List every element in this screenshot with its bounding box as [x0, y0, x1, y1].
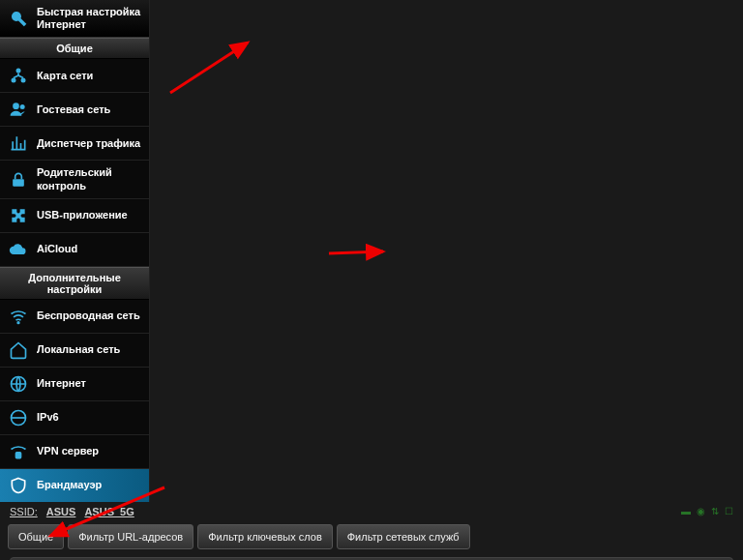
globe-icon [8, 373, 29, 395]
ssid-info: SSID: ASUS ASUS_5G [10, 506, 140, 517]
sidebar-item-aicloud[interactable]: AiCloud [0, 233, 149, 267]
sidebar-item-label: Быстрая настройка Интернет [37, 6, 141, 31]
top-row: SSID: ASUS ASUS_5G ▬ ◉ ⇅ ☐ [0, 502, 743, 521]
annotation-arrow-icon [327, 244, 395, 263]
sidebar-item-parental[interactable]: Родительский контроль [0, 161, 149, 198]
svg-line-11 [329, 251, 383, 253]
network-map-icon [8, 65, 29, 86]
svg-rect-5 [13, 179, 24, 187]
sidebar-item-label: AiCloud [37, 243, 77, 255]
tab-keyword-filter[interactable]: Фильтр ключевых слов [197, 524, 333, 549]
users-icon [8, 99, 29, 120]
puzzle-icon [8, 205, 29, 226]
sidebar-item-label: VPN сервер [37, 445, 99, 457]
sidebar-item-label: Диспетчер трафика [37, 137, 140, 150]
home-icon [8, 339, 29, 361]
annotation-arrow-icon [161, 35, 267, 103]
sidebar-item-firewall[interactable]: Брандмауэр [0, 469, 149, 502]
sidebar-group-advanced: Дополнительные настройки [0, 267, 149, 300]
sidebar-item-label: Беспроводная сеть [37, 309, 140, 322]
svg-point-1 [21, 78, 26, 83]
svg-line-10 [170, 43, 248, 93]
wifi-icon [8, 306, 29, 327]
sidebar-item-label: Карта сети [37, 70, 93, 82]
chart-icon [8, 133, 29, 154]
status-icon: ⇅ [711, 506, 719, 516]
sidebar-item-label: USB-приложение [37, 209, 128, 221]
globe-icon [8, 407, 29, 428]
status-icons: ▬ ◉ ⇅ ☐ [681, 506, 733, 516]
sidebar-item-label: IPv6 [37, 411, 59, 424]
svg-point-6 [17, 322, 19, 324]
status-icon: ☐ [725, 506, 733, 516]
vpn-icon [8, 441, 29, 462]
ssid-label: SSID: [10, 506, 38, 517]
svg-point-2 [16, 69, 21, 74]
sidebar-item-usb[interactable]: USB-приложение [0, 199, 149, 233]
sidebar-item-wireless[interactable]: Беспроводная сеть [0, 300, 149, 334]
ssid-name-2: ASUS_5G [84, 506, 134, 517]
sidebar-item-ipv6[interactable]: IPv6 [0, 401, 149, 435]
sidebar-item-label: Брандмауэр [37, 479, 102, 491]
sidebar-item-label: Гостевая сеть [37, 103, 110, 116]
cloud-icon [8, 239, 29, 260]
ssid-name-1: ASUS [46, 506, 76, 517]
sidebar-quick-setup[interactable]: Быстрая настройка Интернет [0, 0, 149, 38]
tabs: Общие Фильтр URL-адресов Фильтр ключевых… [0, 521, 743, 557]
main-area: SSID: ASUS ASUS_5G ▬ ◉ ⇅ ☐ Общие Фильтр … [0, 502, 743, 560]
svg-point-0 [12, 78, 16, 83]
sidebar-item-label: Локальная сеть [37, 343, 120, 356]
sidebar-item-vpn[interactable]: VPN сервер [0, 435, 149, 469]
status-icon: ◉ [697, 506, 705, 516]
sidebar-item-label: Интернет [37, 377, 86, 390]
sidebar-item-traffic[interactable]: Диспетчер трафика [0, 127, 149, 161]
wrench-icon [8, 8, 29, 29]
sidebar: Быстрая настройка Интернет Общие Карта с… [0, 0, 150, 502]
sidebar-item-map[interactable]: Карта сети [0, 59, 149, 93]
svg-point-3 [13, 103, 19, 110]
tab-url-filter[interactable]: Фильтр URL-адресов [68, 524, 193, 549]
sidebar-item-guest[interactable]: Гостевая сеть [0, 93, 149, 127]
sidebar-item-internet[interactable]: Интернет [0, 368, 149, 401]
lock-icon [8, 169, 29, 191]
sidebar-group-general: Общие [0, 38, 149, 59]
sidebar-item-lan[interactable]: Локальная сеть [0, 334, 149, 368]
tab-service-filter[interactable]: Фильтр сетевых служб [337, 524, 470, 549]
tab-general[interactable]: Общие [8, 524, 64, 549]
svg-rect-9 [16, 453, 21, 458]
sidebar-item-label: Родительский контроль [37, 166, 141, 192]
shield-icon [8, 475, 29, 496]
svg-point-4 [20, 104, 25, 109]
status-icon: ▬ [681, 506, 691, 516]
